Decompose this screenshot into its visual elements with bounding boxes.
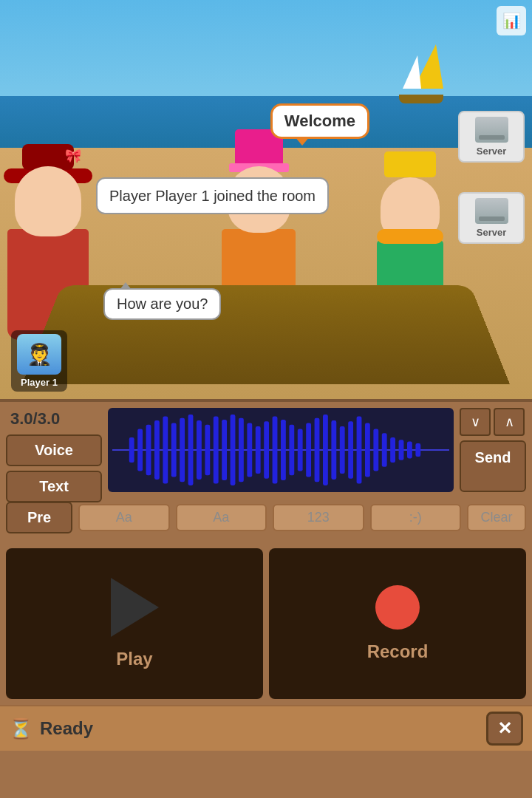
svg-rect-10 xyxy=(205,425,210,475)
svg-rect-4 xyxy=(154,420,160,480)
arrow-up-button[interactable]: ∧ xyxy=(494,408,525,436)
svg-rect-9 xyxy=(197,420,202,480)
svg-rect-28 xyxy=(357,416,362,483)
welcome-bubble: Welcome xyxy=(270,103,369,139)
control-screen: 3.0/3.0 Voice Text xyxy=(0,399,532,798)
svg-rect-7 xyxy=(180,418,185,482)
arrow-down-button[interactable]: ∨ xyxy=(460,408,491,436)
right-head xyxy=(381,177,440,240)
player1-name: Player 1 xyxy=(21,377,58,388)
svg-rect-19 xyxy=(281,420,286,480)
svg-rect-8 xyxy=(188,415,194,485)
svg-rect-20 xyxy=(289,425,294,475)
svg-rect-14 xyxy=(239,418,244,482)
right-controls: ∨ ∧ Send xyxy=(460,408,526,492)
svg-rect-33 xyxy=(399,440,404,460)
font-large-button[interactable]: Aa xyxy=(78,504,170,531)
pre-row: Pre Aa Aa 123 :-) Clear xyxy=(0,498,532,542)
close-button[interactable]: ✕ xyxy=(486,712,523,746)
svg-rect-30 xyxy=(373,429,378,471)
ready-content: ⏳ Ready xyxy=(9,717,93,740)
svg-rect-26 xyxy=(340,426,345,474)
boat-hull-icon xyxy=(399,95,443,103)
close-icon: ✕ xyxy=(497,718,512,739)
server-button-2[interactable]: Server xyxy=(458,192,525,244)
play-label: Play xyxy=(116,649,152,669)
text-button[interactable]: Text xyxy=(6,471,102,502)
clear-button[interactable]: Clear xyxy=(467,504,526,531)
play-icon xyxy=(111,578,159,637)
font-small-button[interactable]: Aa xyxy=(176,504,267,531)
sailboat xyxy=(399,44,458,103)
svg-rect-11 xyxy=(214,416,219,483)
server-label-1: Server xyxy=(477,146,506,157)
svg-rect-31 xyxy=(382,433,387,467)
font-emoji-button[interactable]: :-) xyxy=(370,504,462,531)
svg-rect-29 xyxy=(365,423,370,477)
chevron-down-icon: ∨ xyxy=(471,414,480,430)
svg-rect-3 xyxy=(146,425,151,475)
server-label-2: Server xyxy=(477,227,506,238)
svg-rect-16 xyxy=(256,426,261,474)
right-hat-icon xyxy=(384,151,436,177)
nav-arrows: ∨ ∧ xyxy=(460,408,526,436)
svg-rect-2 xyxy=(137,429,143,471)
play-record-area: Play Record xyxy=(0,542,532,705)
white-sail-icon xyxy=(403,55,421,89)
ready-bar: ⏳ Ready ✕ xyxy=(0,705,532,751)
ready-text: Ready xyxy=(40,718,93,739)
record-label: Record xyxy=(367,641,429,662)
hourglass-icon: ⏳ xyxy=(9,717,33,740)
game-table xyxy=(22,285,510,384)
svg-rect-23 xyxy=(315,418,320,482)
send-button[interactable]: Send xyxy=(460,440,526,492)
svg-rect-15 xyxy=(247,423,252,477)
left-controls: 3.0/3.0 Voice Text xyxy=(6,408,102,492)
svg-rect-27 xyxy=(348,421,353,479)
waveform-svg xyxy=(108,408,454,492)
server-icon-1 xyxy=(475,117,508,143)
svg-rect-1 xyxy=(129,437,134,463)
record-panel[interactable]: Record xyxy=(269,548,526,699)
svg-rect-24 xyxy=(323,415,328,485)
voice-button[interactable]: Voice xyxy=(6,434,102,466)
svg-rect-34 xyxy=(407,442,412,459)
server-icon-2 xyxy=(475,198,508,224)
settings-button[interactable]: 📊 xyxy=(497,6,526,35)
game-screen: Welcome Player Player 1 joined the room … xyxy=(0,0,532,399)
svg-rect-18 xyxy=(273,416,278,483)
svg-rect-6 xyxy=(171,423,177,477)
joined-bubble: Player Player 1 joined the room xyxy=(96,177,329,214)
svg-rect-12 xyxy=(222,420,227,480)
svg-rect-13 xyxy=(231,415,236,485)
record-icon xyxy=(375,585,420,630)
woman-head xyxy=(15,166,81,236)
settings-icon: 📊 xyxy=(502,12,521,30)
how-bubble: How are you? xyxy=(103,288,221,320)
control-bar: 3.0/3.0 Voice Text xyxy=(0,402,532,498)
svg-rect-22 xyxy=(306,423,311,477)
play-panel[interactable]: Play xyxy=(6,548,263,699)
svg-rect-32 xyxy=(390,437,395,463)
player1-avatar: 🧑‍✈️ xyxy=(17,334,61,375)
server-button-1[interactable]: Server xyxy=(458,111,525,163)
svg-rect-35 xyxy=(415,443,420,457)
svg-rect-21 xyxy=(298,429,303,471)
chevron-up-icon: ∧ xyxy=(505,414,514,430)
svg-rect-5 xyxy=(163,416,168,483)
svg-rect-17 xyxy=(264,421,269,479)
font-numbers-button[interactable]: 123 xyxy=(273,504,364,531)
svg-rect-25 xyxy=(331,420,336,480)
score-display: 3.0/3.0 xyxy=(6,408,102,430)
pre-button[interactable]: Pre xyxy=(6,502,72,533)
waveform-display xyxy=(108,408,454,492)
player1-area: 🧑‍✈️ Player 1 xyxy=(11,330,67,392)
